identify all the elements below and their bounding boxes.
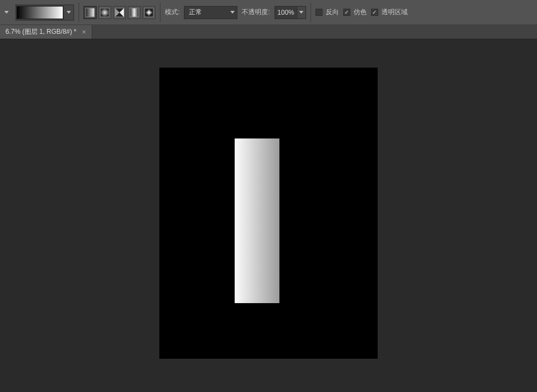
chevron-down-icon	[4, 11, 9, 14]
document-tabs-bar: 6.7% (图层 1, RGB/8#) * ×	[0, 25, 537, 39]
angle-gradient-icon	[115, 8, 124, 17]
divider	[79, 3, 79, 22]
divider	[311, 3, 311, 22]
gradient-reflected-button[interactable]	[128, 6, 141, 19]
divider	[160, 3, 160, 22]
transparency-checkbox[interactable]	[371, 9, 378, 16]
svg-rect-3	[130, 8, 139, 17]
gradient-diamond-button[interactable]	[142, 6, 156, 19]
opacity-dropdown-button[interactable]	[297, 7, 306, 19]
gradient-linear-button[interactable]	[83, 6, 97, 19]
options-bar: 模式: 正常 不透明度: 反向 仿色 透明区域	[0, 0, 537, 25]
gradient-type-group	[83, 6, 156, 19]
mode-value: 正常	[189, 8, 227, 17]
chevron-down-icon	[299, 11, 303, 14]
tool-preset-dropdown[interactable]	[2, 8, 11, 17]
reflected-gradient-icon	[129, 8, 139, 17]
reverse-checkbox[interactable]	[315, 9, 323, 16]
opacity-label: 不透明度:	[242, 8, 270, 17]
artboard[interactable]	[159, 68, 378, 359]
opacity-input-group	[275, 6, 306, 19]
transparency-checkbox-group: 透明区域	[371, 8, 408, 17]
dither-checkbox-group: 仿色	[343, 8, 367, 17]
document-tab[interactable]: 6.7% (图层 1, RGB/8#) * ×	[0, 25, 92, 39]
transparency-label: 透明区域	[381, 8, 408, 17]
dither-label: 仿色	[354, 8, 367, 17]
gradient-angle-button[interactable]	[113, 6, 126, 19]
chevron-down-icon	[67, 11, 71, 14]
canvas-area[interactable]	[0, 39, 537, 392]
reverse-label: 反向	[326, 8, 339, 17]
opacity-input[interactable]	[275, 9, 297, 16]
gradient-swatch[interactable]	[16, 6, 63, 19]
gradient-dropdown-button[interactable]	[63, 5, 73, 20]
diamond-gradient-icon	[144, 8, 154, 17]
radial-gradient-icon	[100, 8, 110, 17]
svg-rect-0	[86, 8, 94, 17]
linear-gradient-icon	[85, 8, 95, 17]
mode-label: 模式:	[165, 8, 180, 17]
gradient-preview-picker[interactable]	[15, 4, 74, 21]
svg-rect-1	[100, 8, 109, 17]
document-tab-title: 6.7% (图层 1, RGB/8#) *	[5, 27, 76, 37]
gradient-rectangle-shape	[235, 138, 279, 303]
gradient-radial-button[interactable]	[98, 6, 111, 19]
mode-dropdown[interactable]: 正常	[184, 6, 237, 19]
dither-checkbox[interactable]	[343, 9, 350, 16]
close-icon[interactable]: ×	[81, 28, 87, 36]
chevron-down-icon	[230, 11, 235, 14]
reverse-checkbox-group: 反向	[315, 8, 339, 17]
